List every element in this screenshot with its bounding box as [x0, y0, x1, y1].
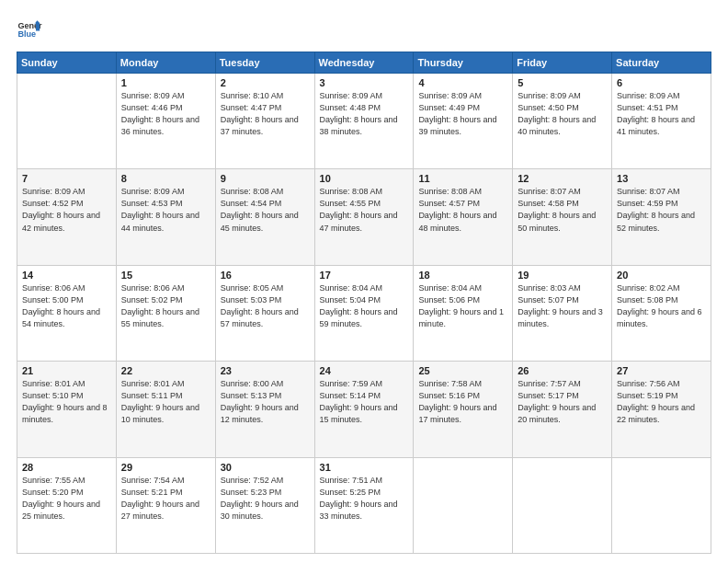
- page: General Blue SundayMondayTuesdayWednesda…: [0, 0, 728, 563]
- day-number: 4: [418, 77, 507, 88]
- day-info: Sunrise: 7:54 AMSunset: 5:21 PMDaylight:…: [121, 475, 210, 523]
- calendar-cell: 1Sunrise: 8:09 AMSunset: 4:46 PMDaylight…: [116, 74, 215, 169]
- calendar-week-2: 14Sunrise: 8:06 AMSunset: 5:00 PMDayligh…: [17, 265, 711, 361]
- weekday-header-sunday: Sunday: [17, 52, 117, 74]
- day-number: 15: [121, 270, 210, 281]
- day-info: Sunrise: 8:03 AMSunset: 5:07 PMDaylight:…: [518, 282, 607, 330]
- calendar-week-4: 28Sunrise: 7:55 AMSunset: 5:20 PMDayligh…: [17, 457, 711, 553]
- calendar-cell: 9Sunrise: 8:08 AMSunset: 4:54 PMDaylight…: [215, 169, 314, 265]
- calendar-cell: 18Sunrise: 8:04 AMSunset: 5:06 PMDayligh…: [414, 265, 513, 361]
- weekday-header-wednesday: Wednesday: [314, 52, 414, 74]
- day-number: 28: [22, 462, 111, 473]
- day-number: 22: [121, 365, 210, 376]
- calendar-cell: 8Sunrise: 8:09 AMSunset: 4:53 PMDaylight…: [116, 169, 215, 265]
- day-number: 19: [518, 270, 607, 281]
- day-number: 13: [617, 173, 706, 184]
- calendar-cell: [612, 457, 711, 553]
- calendar-header: SundayMondayTuesdayWednesdayThursdayFrid…: [17, 52, 711, 74]
- weekday-row: SundayMondayTuesdayWednesdayThursdayFrid…: [17, 52, 711, 74]
- calendar-cell: 29Sunrise: 7:54 AMSunset: 5:21 PMDayligh…: [116, 457, 215, 553]
- calendar-cell: 10Sunrise: 8:08 AMSunset: 4:55 PMDayligh…: [314, 169, 414, 265]
- weekday-header-friday: Friday: [513, 52, 612, 74]
- day-number: 26: [518, 365, 607, 376]
- day-number: 17: [320, 270, 409, 281]
- day-info: Sunrise: 8:07 AMSunset: 4:59 PMDaylight:…: [617, 186, 706, 234]
- calendar-cell: [513, 457, 612, 553]
- day-number: 9: [221, 173, 310, 184]
- calendar-week-1: 7Sunrise: 8:09 AMSunset: 4:52 PMDaylight…: [17, 169, 711, 265]
- day-info: Sunrise: 8:09 AMSunset: 4:53 PMDaylight:…: [121, 186, 210, 234]
- calendar-cell: 17Sunrise: 8:04 AMSunset: 5:04 PMDayligh…: [314, 265, 414, 361]
- day-number: 21: [22, 365, 111, 376]
- day-info: Sunrise: 7:51 AMSunset: 5:25 PMDaylight:…: [320, 475, 409, 523]
- day-number: 29: [121, 462, 210, 473]
- day-number: 5: [518, 77, 607, 88]
- day-number: 11: [418, 173, 507, 184]
- weekday-header-saturday: Saturday: [612, 52, 711, 74]
- calendar-cell: 20Sunrise: 8:02 AMSunset: 5:08 PMDayligh…: [612, 265, 711, 361]
- calendar-cell: 11Sunrise: 8:08 AMSunset: 4:57 PMDayligh…: [414, 169, 513, 265]
- day-number: 6: [617, 77, 706, 88]
- calendar-cell: [414, 457, 513, 553]
- day-info: Sunrise: 8:08 AMSunset: 4:54 PMDaylight:…: [221, 186, 310, 234]
- day-info: Sunrise: 8:07 AMSunset: 4:58 PMDaylight:…: [518, 186, 607, 234]
- day-number: 7: [22, 173, 111, 184]
- calendar-cell: 3Sunrise: 8:09 AMSunset: 4:48 PMDaylight…: [314, 74, 414, 169]
- day-info: Sunrise: 8:05 AMSunset: 5:03 PMDaylight:…: [221, 282, 310, 330]
- calendar-cell: 21Sunrise: 8:01 AMSunset: 5:10 PMDayligh…: [17, 362, 117, 457]
- day-number: 14: [22, 270, 111, 281]
- calendar-cell: 15Sunrise: 8:06 AMSunset: 5:02 PMDayligh…: [116, 265, 215, 361]
- calendar-cell: 27Sunrise: 7:56 AMSunset: 5:19 PMDayligh…: [612, 362, 711, 457]
- day-info: Sunrise: 8:09 AMSunset: 4:46 PMDaylight:…: [121, 90, 210, 138]
- day-info: Sunrise: 8:01 AMSunset: 5:10 PMDaylight:…: [22, 378, 111, 426]
- calendar-cell: 26Sunrise: 7:57 AMSunset: 5:17 PMDayligh…: [513, 362, 612, 457]
- calendar-cell: 25Sunrise: 7:58 AMSunset: 5:16 PMDayligh…: [414, 362, 513, 457]
- day-info: Sunrise: 8:08 AMSunset: 4:55 PMDaylight:…: [320, 186, 409, 234]
- calendar-week-3: 21Sunrise: 8:01 AMSunset: 5:10 PMDayligh…: [17, 362, 711, 457]
- calendar-cell: 24Sunrise: 7:59 AMSunset: 5:14 PMDayligh…: [314, 362, 414, 457]
- calendar-cell: 2Sunrise: 8:10 AMSunset: 4:47 PMDaylight…: [215, 74, 314, 169]
- day-number: 20: [617, 270, 706, 281]
- day-number: 12: [518, 173, 607, 184]
- calendar-cell: 16Sunrise: 8:05 AMSunset: 5:03 PMDayligh…: [215, 265, 314, 361]
- day-info: Sunrise: 8:10 AMSunset: 4:47 PMDaylight:…: [221, 90, 310, 138]
- logo-icon: General Blue: [17, 17, 42, 42]
- day-info: Sunrise: 8:06 AMSunset: 5:00 PMDaylight:…: [22, 282, 111, 330]
- day-info: Sunrise: 7:57 AMSunset: 5:17 PMDaylight:…: [518, 378, 607, 426]
- calendar-cell: 28Sunrise: 7:55 AMSunset: 5:20 PMDayligh…: [17, 457, 117, 553]
- calendar-cell: 5Sunrise: 8:09 AMSunset: 4:50 PMDaylight…: [513, 74, 612, 169]
- day-number: 1: [121, 77, 210, 88]
- day-info: Sunrise: 8:04 AMSunset: 5:06 PMDaylight:…: [418, 282, 507, 330]
- day-info: Sunrise: 8:09 AMSunset: 4:52 PMDaylight:…: [22, 186, 111, 234]
- calendar-table: SundayMondayTuesdayWednesdayThursdayFrid…: [17, 52, 711, 554]
- weekday-header-monday: Monday: [116, 52, 215, 74]
- calendar-cell: 13Sunrise: 8:07 AMSunset: 4:59 PMDayligh…: [612, 169, 711, 265]
- calendar-cell: [17, 74, 117, 169]
- day-info: Sunrise: 8:09 AMSunset: 4:48 PMDaylight:…: [320, 90, 409, 138]
- weekday-header-tuesday: Tuesday: [215, 52, 314, 74]
- calendar-cell: 4Sunrise: 8:09 AMSunset: 4:49 PMDaylight…: [414, 74, 513, 169]
- day-info: Sunrise: 8:09 AMSunset: 4:49 PMDaylight:…: [418, 90, 507, 138]
- day-info: Sunrise: 7:52 AMSunset: 5:23 PMDaylight:…: [221, 475, 310, 523]
- day-number: 23: [221, 365, 310, 376]
- day-number: 8: [121, 173, 210, 184]
- calendar-cell: 12Sunrise: 8:07 AMSunset: 4:58 PMDayligh…: [513, 169, 612, 265]
- day-info: Sunrise: 8:09 AMSunset: 4:50 PMDaylight:…: [518, 90, 607, 138]
- day-info: Sunrise: 8:06 AMSunset: 5:02 PMDaylight:…: [121, 282, 210, 330]
- calendar-week-0: 1Sunrise: 8:09 AMSunset: 4:46 PMDaylight…: [17, 74, 711, 169]
- day-info: Sunrise: 7:59 AMSunset: 5:14 PMDaylight:…: [320, 378, 409, 426]
- calendar-cell: 31Sunrise: 7:51 AMSunset: 5:25 PMDayligh…: [314, 457, 414, 553]
- day-info: Sunrise: 8:08 AMSunset: 4:57 PMDaylight:…: [418, 186, 507, 234]
- day-number: 16: [221, 270, 310, 281]
- calendar-body: 1Sunrise: 8:09 AMSunset: 4:46 PMDaylight…: [17, 74, 711, 554]
- day-number: 18: [418, 270, 507, 281]
- calendar-cell: 30Sunrise: 7:52 AMSunset: 5:23 PMDayligh…: [215, 457, 314, 553]
- day-info: Sunrise: 7:55 AMSunset: 5:20 PMDaylight:…: [22, 475, 111, 523]
- day-number: 31: [320, 462, 409, 473]
- day-info: Sunrise: 7:56 AMSunset: 5:19 PMDaylight:…: [617, 378, 706, 426]
- day-number: 24: [320, 365, 409, 376]
- day-number: 2: [221, 77, 310, 88]
- day-info: Sunrise: 8:02 AMSunset: 5:08 PMDaylight:…: [617, 282, 706, 330]
- calendar-cell: 23Sunrise: 8:00 AMSunset: 5:13 PMDayligh…: [215, 362, 314, 457]
- day-info: Sunrise: 8:00 AMSunset: 5:13 PMDaylight:…: [221, 378, 310, 426]
